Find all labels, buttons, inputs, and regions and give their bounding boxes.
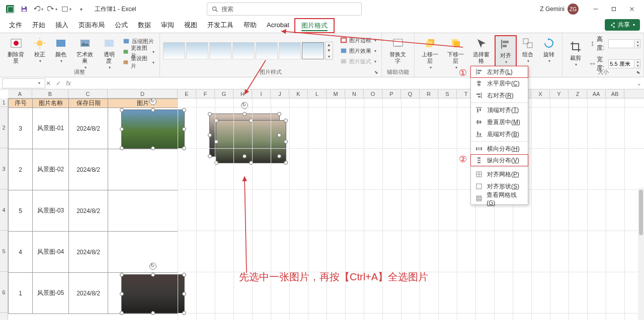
maximize-button[interactable] <box>605 2 623 16</box>
tab-home[interactable]: 开始 <box>27 18 50 33</box>
cancel-formula-button[interactable]: ✕ <box>43 80 53 87</box>
remove-background-button[interactable]: 删除背景 <box>3 35 29 65</box>
style-thumb[interactable] <box>279 42 301 59</box>
close-button[interactable] <box>623 2 641 16</box>
col-header[interactable]: P <box>382 89 401 98</box>
group-button[interactable]: 组合▾ <box>518 35 538 65</box>
user-account[interactable]: Z Gemini ZG <box>540 4 579 15</box>
rotate-button[interactable]: 旋转▾ <box>539 35 559 65</box>
tab-data[interactable]: 数据 <box>133 18 156 33</box>
height-spinner[interactable]: ▲▼ <box>635 39 640 48</box>
col-header[interactable]: G <box>215 89 233 98</box>
enter-formula-button[interactable]: ✓ <box>53 80 63 87</box>
picture-styles-gallery[interactable]: ▲▼▾ <box>163 42 333 60</box>
col-header[interactable]: A <box>8 89 32 98</box>
width-input[interactable] <box>608 59 634 68</box>
reset-picture-button[interactable]: 重设图片▾ <box>121 57 156 67</box>
align-center-h-item[interactable]: 水平居中(C) <box>471 77 528 89</box>
col-header[interactable]: L <box>308 89 327 98</box>
tab-file[interactable]: 文件 <box>4 18 27 33</box>
row-header[interactable]: 3 <box>0 148 8 189</box>
col-header[interactable]: R <box>420 89 438 98</box>
tab-developer[interactable]: 开发工具 <box>202 18 238 33</box>
styles-dialog-launcher[interactable]: ⬊ <box>374 70 380 76</box>
tab-page-layout[interactable]: 页面布局 <box>73 18 110 33</box>
col-header[interactable]: N <box>345 89 364 98</box>
col-header[interactable]: Q <box>401 89 420 98</box>
align-top-item[interactable]: 顶端对齐(T) <box>471 104 528 116</box>
col-header[interactable]: I <box>252 89 271 98</box>
col-header[interactable]: Z <box>569 89 587 98</box>
align-left-item[interactable]: 左对齐(L) <box>470 66 528 78</box>
formula-bar-expand[interactable]: ⌄ <box>634 80 644 87</box>
row-header[interactable]: 1 <box>0 98 8 107</box>
align-middle-v-item[interactable]: 垂直居中(M) <box>471 116 528 128</box>
tab-picture-format[interactable]: 图片格式 <box>294 18 335 33</box>
style-thumb[interactable] <box>209 42 231 59</box>
crop-button[interactable]: 裁剪▾ <box>566 39 586 69</box>
tab-view[interactable]: 视图 <box>179 18 202 33</box>
row-header[interactable]: 5 <box>0 231 8 272</box>
col-header[interactable]: K <box>289 89 308 98</box>
distribute-h-item[interactable]: 横向分布(H) <box>471 143 528 155</box>
col-header[interactable]: M <box>327 89 345 98</box>
picture-border-button[interactable]: 图片边框▾ <box>338 35 378 45</box>
corrections-button[interactable]: 校正▾ <box>30 35 50 65</box>
table-row[interactable]: 2风景图-022024/8/2 <box>9 149 178 190</box>
autosave-toggle[interactable] <box>3 2 17 16</box>
height-input[interactable] <box>608 39 634 48</box>
align-bottom-item[interactable]: 底端对齐(B) <box>471 128 528 140</box>
col-header[interactable]: E <box>178 89 196 98</box>
style-thumb[interactable] <box>163 42 185 59</box>
style-thumb[interactable] <box>186 42 208 59</box>
row-header[interactable]: 2 <box>0 107 8 148</box>
distribute-v-item[interactable]: 纵向分布(V) <box>470 154 528 166</box>
tab-insert[interactable]: 插入 <box>50 18 73 33</box>
col-header[interactable]: AA <box>587 89 606 98</box>
fx-button[interactable]: fx <box>63 80 73 87</box>
ribbon-collapse-button[interactable]: ⌄ <box>633 67 641 75</box>
col-header[interactable]: D <box>108 89 178 98</box>
tab-acrobat[interactable]: Acrobat <box>262 18 294 33</box>
row-header[interactable]: 6 <box>0 272 8 313</box>
alt-text-button[interactable]: 替换文字 <box>385 35 411 65</box>
col-header[interactable]: Y <box>550 89 569 98</box>
col-header[interactable]: B <box>32 89 68 98</box>
col-header[interactable]: O <box>364 89 382 98</box>
qat-more-button[interactable]: ▾ <box>59 2 73 16</box>
view-gridlines-item[interactable]: 查看网格线(G) <box>471 192 528 204</box>
col-header[interactable]: C <box>68 89 108 98</box>
col-header[interactable]: H <box>233 89 252 98</box>
bring-forward-button[interactable]: 上移一层▾ <box>418 35 442 72</box>
col-header[interactable]: AB <box>606 89 624 98</box>
gallery-scroll[interactable]: ▲▼▾ <box>325 42 333 60</box>
qat-customize-button[interactable]: ▾ <box>73 2 88 16</box>
vertical-scrollbar[interactable] <box>638 188 644 320</box>
col-header[interactable]: S <box>438 89 457 98</box>
row-header[interactable]: 4 <box>0 189 8 231</box>
selection-pane-button[interactable]: 选择窗格 <box>469 35 494 65</box>
minimize-button[interactable] <box>587 2 605 16</box>
align-right-item[interactable]: 右对齐(R) <box>471 89 528 101</box>
picture-5[interactable] <box>121 274 185 313</box>
align-button[interactable]: 对齐▾ <box>495 35 517 67</box>
style-thumb-selected[interactable] <box>302 42 324 59</box>
style-thumb[interactable] <box>256 42 278 59</box>
artistic-effects-button[interactable]: 艺术效果▾ <box>72 35 98 72</box>
table-row[interactable]: 5风景图-032024/8/2 <box>9 190 178 232</box>
col-header[interactable]: X <box>531 89 550 98</box>
column-headers[interactable]: ABCDEFGHIJKLMNOPQRSTUVWXYZAAAB <box>8 89 644 98</box>
row-headers[interactable]: 123456 <box>0 98 8 320</box>
color-button[interactable]: 颜色▾ <box>51 35 71 65</box>
picture-floating[interactable] <box>209 114 280 157</box>
send-backward-button[interactable]: 下移一层▾ <box>443 35 468 72</box>
share-button[interactable]: 共享▾ <box>605 19 640 31</box>
col-header[interactable]: F <box>196 89 215 98</box>
col-header[interactable]: J <box>271 89 289 98</box>
tab-review[interactable]: 审阅 <box>156 18 179 33</box>
style-thumb[interactable] <box>232 42 255 59</box>
search-input[interactable]: 搜索 <box>207 3 362 16</box>
picture-effects-button[interactable]: 图片效果▾ <box>338 46 378 56</box>
tab-formulas[interactable]: 公式 <box>110 18 133 33</box>
picture-1[interactable] <box>121 110 185 149</box>
